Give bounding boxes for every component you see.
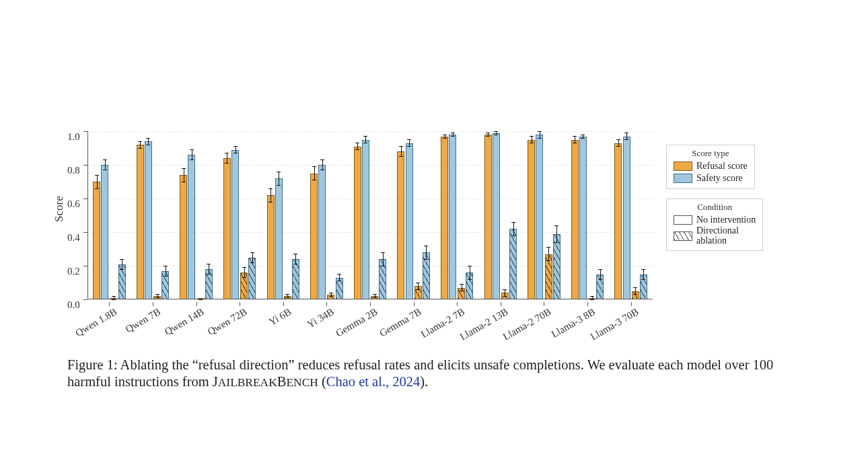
x-tick-label: Qwen 1.8B — [73, 306, 119, 339]
bar — [362, 140, 369, 300]
bar — [571, 140, 579, 300]
bar — [536, 135, 543, 299]
figure-caption: Figure 1: Ablating the “refusal directio… — [67, 357, 801, 390]
caption-close: ). — [420, 374, 428, 389]
caption-bench: JAILBREAKBENCH — [213, 374, 318, 389]
legend-score-type: Score type Refusal score Safety score — [666, 145, 755, 189]
bar — [579, 137, 587, 300]
legend-title: Condition — [674, 202, 756, 213]
x-tick-label: Qwen 72B — [206, 306, 249, 338]
legend-condition: Condition No intervention Directionalabl… — [666, 198, 763, 251]
x-tick-label: Gemma 7B — [377, 306, 423, 339]
legend-entry: No intervention — [696, 214, 756, 226]
bar — [441, 137, 448, 300]
bar — [354, 147, 361, 300]
bar — [223, 158, 231, 299]
bar — [623, 137, 630, 300]
y-tick-label: 0.4 — [67, 232, 297, 244]
bar — [509, 229, 517, 299]
swatch-safety — [674, 174, 692, 183]
x-tick-label: Yi 34B — [305, 306, 336, 330]
swatch-no-intervention — [674, 215, 692, 225]
bar — [553, 234, 560, 300]
swatch-refusal — [674, 161, 692, 171]
x-tick-label: Qwen 14B — [162, 306, 205, 338]
caption-citation: Chao et al., 2024 — [326, 374, 421, 389]
swatch-directional-ablation — [674, 231, 692, 241]
bar — [318, 165, 326, 299]
legend-entry: Directionalablation — [696, 226, 739, 246]
bar — [614, 143, 622, 300]
x-tick-label: Gemma 2B — [334, 306, 379, 339]
x-tick-label: Llama-3 70B — [588, 306, 640, 343]
y-tick-label: 1.0 — [67, 131, 297, 143]
bar — [449, 135, 456, 299]
legend-entry: Refusal score — [696, 160, 748, 172]
bar — [188, 155, 195, 299]
bar — [406, 143, 413, 300]
caption-label: Figure 1: — [67, 357, 118, 372]
bar — [310, 174, 318, 300]
y-tick-label: 0.0 — [67, 299, 297, 311]
legend-entry: Safety score — [696, 172, 743, 184]
bar — [528, 140, 535, 300]
caption-open: ( — [322, 374, 326, 389]
bar — [267, 195, 275, 299]
bar — [248, 258, 256, 300]
bar — [484, 135, 492, 299]
y-tick-label: 0.6 — [67, 198, 297, 210]
y-tick-label: 0.8 — [67, 165, 297, 176]
x-tick-label: Llama-2 13B — [458, 306, 510, 343]
bar — [493, 133, 500, 300]
bar — [397, 151, 404, 299]
x-tick-label: Llama-2 70B — [501, 306, 553, 343]
y-tick-label: 0.2 — [67, 266, 297, 277]
y-axis-label: Score — [52, 196, 66, 222]
legend-title: Score type — [674, 148, 748, 159]
